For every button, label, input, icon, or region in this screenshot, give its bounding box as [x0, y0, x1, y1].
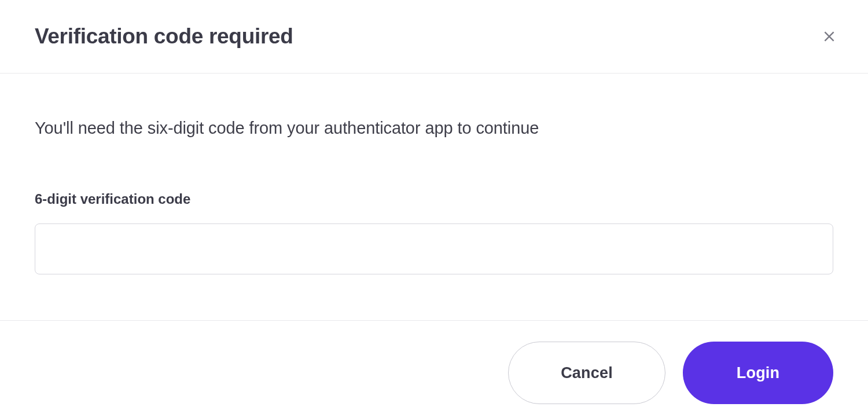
instructions-text: You'll need the six-digit code from your… [35, 119, 833, 138]
code-field-label: 6-digit verification code [35, 191, 833, 207]
login-button[interactable]: Login [683, 342, 833, 404]
verification-modal: Verification code required You'll need t… [0, 0, 868, 418]
modal-title: Verification code required [35, 24, 293, 49]
verification-code-input[interactable] [35, 223, 833, 274]
modal-header: Verification code required [0, 0, 868, 74]
close-icon [822, 29, 837, 44]
modal-footer: Cancel Login [0, 321, 868, 418]
cancel-button[interactable]: Cancel [508, 342, 665, 404]
modal-body: You'll need the six-digit code from your… [0, 74, 868, 321]
close-button[interactable] [818, 25, 840, 47]
